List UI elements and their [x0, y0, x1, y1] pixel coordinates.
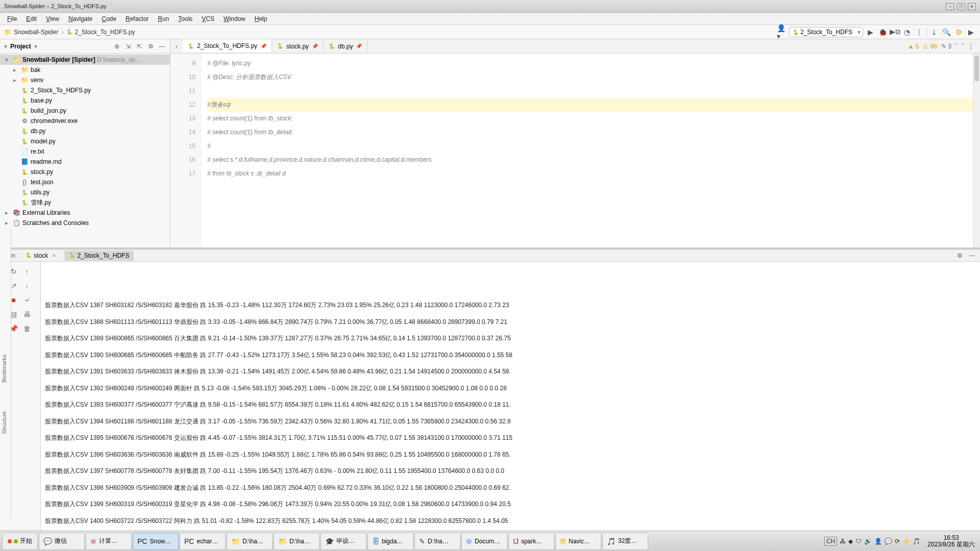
menu-code[interactable]: Code: [97, 14, 120, 23]
tree-item[interactable]: ▸📚External Libraries: [0, 208, 170, 218]
menu-window[interactable]: Window: [219, 14, 250, 23]
run-settings-icon[interactable]: ⚙: [955, 252, 964, 259]
menu-edit[interactable]: Edit: [22, 14, 41, 23]
menu-help[interactable]: Help: [251, 14, 272, 23]
run-tab-stock[interactable]: 🐍stock×: [21, 251, 60, 261]
menu-file[interactable]: File: [3, 14, 21, 23]
debug-button[interactable]: 🐞: [877, 27, 888, 37]
execute-button[interactable]: ▶: [966, 27, 976, 37]
collapse-all-icon[interactable]: ⇱: [135, 42, 143, 51]
tree-item[interactable]: ▸📁bak: [0, 65, 170, 75]
breadcrumb: 📁Snowball-Spider › 🐍2_Stock_To_HDFS.py: [4, 29, 135, 36]
console-line: 股票数据入CSV 1398 SH603909 /S/SH603909 建发合诚 …: [45, 480, 980, 496]
run-hide-button[interactable]: —: [968, 252, 976, 259]
tree-item[interactable]: 🐍build_json.py: [0, 106, 170, 116]
structure-tool-button[interactable]: Structure: [0, 407, 8, 438]
tree-item[interactable]: 🐍db.py: [0, 126, 170, 136]
start-button[interactable]: 开始: [2, 533, 38, 550]
expand-all-icon[interactable]: ⇲: [124, 42, 132, 51]
minimize-button[interactable]: −: [946, 3, 954, 10]
console-output[interactable]: 股票数据入CSV 1387 SH603182 /S/SH603182 嘉华股份 …: [41, 262, 980, 540]
taskbar-app[interactable]: 🗄bigda…: [368, 533, 413, 550]
scroll-down-icon[interactable]: ↓: [22, 281, 32, 290]
coverage-button[interactable]: ▶⧉: [890, 27, 900, 37]
tree-item[interactable]: 📘readme.md: [0, 157, 170, 167]
vcs-update-button[interactable]: ⤓: [929, 27, 939, 37]
menu-navigate[interactable]: Navigate: [64, 14, 96, 23]
hide-button[interactable]: —: [158, 42, 166, 51]
editor-vertical-scrollbar[interactable]: [973, 54, 980, 247]
tray-user-icon[interactable]: 👤: [874, 538, 882, 545]
tray-volume-icon[interactable]: 🔊: [864, 538, 872, 545]
editor-code[interactable]: # @File: lyric.py# @Desc: 分析股票数据入CSV #预备…: [201, 54, 980, 247]
menu-vcs[interactable]: VCS: [198, 14, 218, 23]
taskbar-app[interactable]: IJspark…: [508, 533, 554, 550]
scroll-up-icon[interactable]: ↑: [22, 267, 32, 276]
editor-tab[interactable]: 🐍db.py📌: [324, 39, 368, 54]
taskbar-clock[interactable]: 16:53 2023/8/26 星期六: [924, 535, 978, 548]
settings-button[interactable]: ⚙: [953, 27, 964, 37]
taskbar-app[interactable]: ⛃Navic…: [555, 533, 601, 550]
taskbar-app[interactable]: 💬微信: [39, 533, 85, 550]
editor-body[interactable]: 91011121314151617 # @File: lyric.py# @De…: [170, 54, 980, 247]
taskbar-app[interactable]: ✎D:\ha…: [414, 533, 460, 550]
tree-item[interactable]: {}test.json: [0, 177, 170, 187]
chevron-down-icon[interactable]: ▾: [4, 43, 7, 50]
tree-item[interactable]: 🐍雪球.py: [0, 197, 170, 208]
tree-item[interactable]: 🐍2_Stock_To_HDFS.py: [0, 85, 170, 95]
clear-icon[interactable]: 🗑: [22, 324, 32, 333]
tree-item[interactable]: 🐍stock.py: [0, 167, 170, 177]
user-icon[interactable]: 👤▾: [777, 27, 787, 37]
run-tab-hdfs[interactable]: 🐍2_Stock_To_HDFS: [64, 251, 134, 261]
inspection-widget[interactable]: ▲ 5⚠ 98✎ 3ˆˇ⋮: [908, 43, 980, 50]
taskbar-app[interactable]: PCechar…: [180, 533, 226, 550]
tray-chat-icon[interactable]: 💬: [885, 538, 892, 545]
run-button[interactable]: ▶: [865, 27, 875, 37]
tree-item[interactable]: 🐍model.py: [0, 136, 170, 146]
tree-item[interactable]: ▸📋Scratches and Consoles: [0, 218, 170, 228]
tray-update-icon[interactable]: ⟳: [895, 538, 900, 545]
tree-item[interactable]: ⚙chromedriver.exe: [0, 116, 170, 126]
tree-item[interactable]: ▾📁Snowball-Spider [Spider] D:\hadoop_sp…: [0, 55, 170, 65]
menu-refactor[interactable]: Refactor: [121, 14, 153, 23]
tab-nav-left[interactable]: ‹: [170, 43, 183, 50]
settings-icon[interactable]: ⚙: [146, 42, 155, 51]
ime-indicator[interactable]: CH: [824, 537, 837, 546]
tray-shield-icon[interactable]: 🛡: [855, 538, 862, 545]
view-mode-dropdown[interactable]: ▾: [34, 43, 37, 50]
select-opened-file-icon[interactable]: ⊕: [113, 42, 121, 51]
menu-view[interactable]: View: [42, 14, 63, 23]
close-button[interactable]: ×: [968, 3, 976, 10]
more-actions-button[interactable]: ⋮: [914, 27, 924, 37]
tray-network-icon[interactable]: 🖧: [840, 538, 846, 545]
breadcrumb-root[interactable]: 📁Snowball-Spider: [4, 29, 58, 36]
editor-tab[interactable]: 🐍stock.py📌: [272, 39, 324, 54]
search-everywhere-button[interactable]: 🔍: [941, 27, 951, 37]
taskbar-app[interactable]: 📁D:\ha…: [227, 533, 273, 550]
editor-tab[interactable]: 🐍2_Stock_To_HDFS.py📌: [183, 39, 272, 54]
bookmarks-tool-button[interactable]: Bookmarks: [0, 350, 8, 387]
tree-item[interactable]: 🐍base.py: [0, 95, 170, 106]
taskbar-app[interactable]: 📁D:\ha…: [274, 533, 320, 550]
soft-wrap-icon[interactable]: ⤶: [22, 295, 32, 305]
tree-item[interactable]: ▸📁venv: [0, 75, 170, 85]
taskbar-app[interactable]: ⊚Docum…: [461, 533, 507, 550]
system-tray[interactable]: CH 🖧 ◆ 🛡 🔊 👤 💬 ⟳ ⚡ 🎵: [821, 537, 923, 546]
taskbar-app[interactable]: PCSnow…: [133, 533, 179, 550]
maximize-button[interactable]: □: [957, 3, 965, 10]
menu-tools[interactable]: Tools: [174, 14, 197, 23]
tree-item[interactable]: 🐍utils.py: [0, 187, 170, 197]
profile-button[interactable]: ◔: [902, 27, 912, 37]
tray-app-icon[interactable]: ◆: [848, 538, 853, 545]
tray-music-icon[interactable]: 🎵: [913, 538, 920, 545]
print-icon[interactable]: 🖶: [22, 310, 32, 319]
menu-run[interactable]: Run: [154, 14, 173, 23]
taskbar-app[interactable]: 🎓毕设…: [321, 533, 366, 550]
taskbar-app[interactable]: 🎵32度…: [602, 533, 648, 550]
taskbar-app[interactable]: ⊕计算…: [86, 533, 132, 550]
tray-power-icon[interactable]: ⚡: [902, 538, 910, 545]
breadcrumb-file[interactable]: 🐍2_Stock_To_HDFS.py: [66, 29, 135, 36]
project-tree[interactable]: ▾📁Snowball-Spider [Spider] D:\hadoop_sp……: [0, 54, 170, 247]
run-configuration-selector[interactable]: 🐍 2_Stock_To_HDFS: [789, 27, 863, 37]
tree-item[interactable]: 📄re.txt: [0, 146, 170, 157]
